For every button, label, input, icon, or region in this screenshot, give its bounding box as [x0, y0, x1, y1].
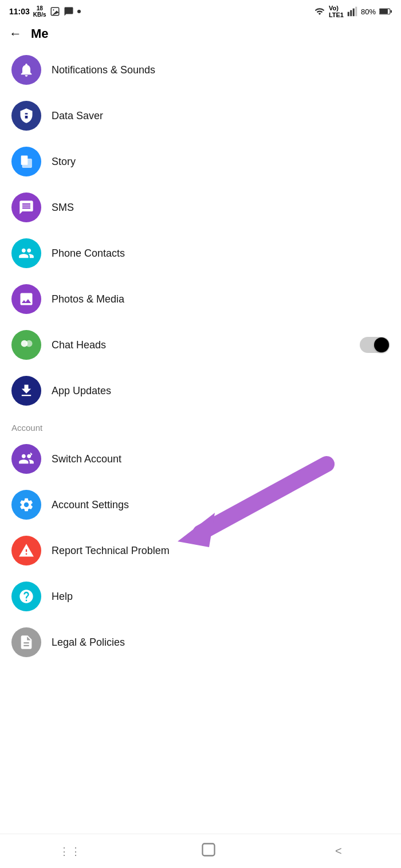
- switch-account-icon-circle: [11, 444, 41, 474]
- menu-item-help[interactable]: Help: [0, 574, 401, 619]
- switch-account-label: Switch Account: [52, 453, 390, 465]
- svg-rect-2: [348, 12, 349, 17]
- svg-rect-9: [25, 113, 28, 114]
- svg-rect-7: [380, 9, 388, 14]
- page-title: Me: [31, 26, 49, 41]
- app-updates-icon-circle: [11, 376, 41, 406]
- menu-item-account-settings[interactable]: Account Settings: [0, 482, 401, 528]
- header: ← Me: [0, 21, 401, 47]
- svg-point-1: [53, 9, 54, 10]
- menu-item-sms[interactable]: SMS: [0, 184, 401, 230]
- bell-icon: [18, 62, 34, 78]
- chat-heads-toggle[interactable]: [360, 337, 390, 353]
- battery-text: 80%: [361, 7, 376, 16]
- photo-icon: [18, 291, 34, 307]
- account-settings-label: Account Settings: [52, 499, 390, 511]
- svg-rect-5: [355, 7, 357, 17]
- status-kb: 18KB/s: [33, 5, 46, 18]
- report-technical-label: Report Technical Problem: [52, 545, 390, 557]
- menu-item-chat-heads[interactable]: Chat Heads: [0, 322, 401, 368]
- message-icon: [64, 6, 74, 17]
- sms-label: SMS: [52, 202, 390, 214]
- document-icon: [18, 634, 34, 650]
- svg-rect-3: [350, 10, 352, 17]
- svg-rect-17: [203, 843, 215, 855]
- nav-home-button[interactable]: [200, 842, 217, 861]
- signal-icon: [347, 6, 357, 17]
- sms-icon-circle: [11, 193, 41, 222]
- nav-back-button[interactable]: <: [335, 845, 342, 858]
- photos-media-label: Photos & Media: [52, 293, 390, 305]
- menu-item-report-technical[interactable]: Report Technical Problem: [0, 528, 401, 574]
- menu-item-switch-account[interactable]: Switch Account: [0, 436, 401, 482]
- shield-icon: [18, 108, 34, 124]
- chat-heads-icon: [18, 337, 34, 353]
- wifi-icon: [314, 6, 325, 17]
- notifications-icon-circle: [11, 55, 41, 85]
- menu-item-notifications[interactable]: Notifications & Sounds: [0, 47, 401, 93]
- data-saver-label: Data Saver: [52, 110, 390, 122]
- chat-heads-icon-circle: [11, 330, 41, 360]
- menu-item-phone-contacts[interactable]: Phone Contacts: [0, 230, 401, 276]
- content-area: Notifications & Sounds Data Saver Story …: [0, 47, 401, 705]
- contacts-icon: [18, 245, 34, 261]
- switch-icon: [18, 451, 34, 467]
- status-bar: 11:03 18KB/s Vo)LTE1 80%: [0, 0, 401, 21]
- app-updates-label: App Updates: [52, 385, 390, 397]
- data-saver-icon-circle: [11, 101, 41, 131]
- dot-indicator: [77, 10, 81, 13]
- signal-text: Vo)LTE1: [329, 5, 344, 18]
- status-right: Vo)LTE1 80%: [314, 5, 392, 18]
- story-icon-circle: [11, 147, 41, 176]
- phone-contacts-icon-circle: [11, 238, 41, 268]
- story-label: Story: [52, 156, 390, 168]
- svg-rect-12: [22, 159, 32, 167]
- warning-icon: [18, 543, 34, 559]
- notifications-label: Notifications & Sounds: [52, 64, 390, 76]
- account-settings-icon-circle: [11, 490, 41, 520]
- help-icon: [18, 588, 34, 604]
- photos-icon-circle: [11, 284, 41, 314]
- svg-rect-4: [353, 9, 355, 17]
- svg-rect-10: [25, 116, 28, 119]
- menu-item-photos-media[interactable]: Photos & Media: [0, 276, 401, 322]
- account-section-header: Account: [0, 414, 401, 436]
- menu-item-story[interactable]: Story: [0, 139, 401, 184]
- download-icon: [18, 383, 34, 399]
- back-button[interactable]: ←: [9, 26, 22, 41]
- help-label: Help: [52, 591, 390, 603]
- gear-icon: [18, 497, 34, 513]
- image-icon: [50, 6, 60, 17]
- legal-policies-label: Legal & Policies: [52, 637, 390, 649]
- legal-icon-circle: [11, 627, 41, 657]
- toggle-knob: [374, 337, 389, 352]
- help-icon-circle: [11, 582, 41, 611]
- chat-heads-label: Chat Heads: [52, 339, 349, 351]
- sms-icon: [18, 199, 34, 215]
- phone-contacts-label: Phone Contacts: [52, 248, 390, 260]
- svg-point-14: [26, 340, 33, 347]
- nav-menu-button[interactable]: ⋮⋮: [59, 845, 82, 858]
- battery-icon: [379, 7, 392, 15]
- bottom-nav: ⋮⋮ <: [0, 834, 401, 868]
- story-icon: [18, 154, 34, 170]
- menu-item-legal-policies[interactable]: Legal & Policies: [0, 619, 401, 665]
- menu-item-data-saver[interactable]: Data Saver: [0, 93, 401, 139]
- status-time: 11:03: [9, 7, 30, 16]
- report-technical-icon-circle: [11, 536, 41, 565]
- svg-rect-8: [391, 10, 392, 13]
- menu-item-app-updates[interactable]: App Updates: [0, 368, 401, 414]
- status-left: 11:03 18KB/s: [9, 5, 81, 18]
